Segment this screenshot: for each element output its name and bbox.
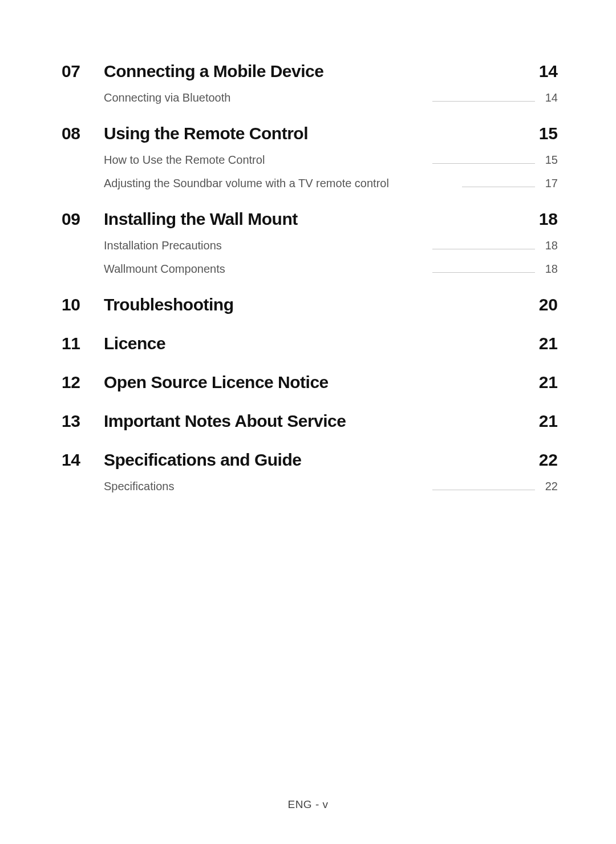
sub-page: 18 [541, 239, 558, 252]
leader-line [432, 272, 535, 273]
toc-sub: How to Use the Remote Control 15 [62, 154, 558, 167]
sub-page: 18 [541, 263, 558, 276]
page: 07 Connecting a Mobile Device 14 Connect… [0, 0, 616, 844]
section-page: 21 [529, 411, 558, 431]
leader-line [432, 101, 535, 102]
section-number: 12 [62, 373, 104, 392]
section-number: 10 [62, 295, 104, 314]
section-title: Specifications and Guide [104, 450, 529, 470]
toc-section: 07 Connecting a Mobile Device 14 [62, 62, 558, 81]
sub-title: Specifications [104, 480, 174, 493]
section-number: 09 [62, 209, 104, 229]
toc-section: 12 Open Source Licence Notice 21 [62, 373, 558, 392]
toc-sub: Installation Precautions 18 [62, 239, 558, 252]
toc-section: 08 Using the Remote Control 15 [62, 124, 558, 143]
sub-title: Adjusting the Soundbar volume with a TV … [104, 177, 389, 190]
section-title: Installing the Wall Mount [104, 209, 529, 229]
sub-title: Wallmount Components [104, 263, 225, 276]
section-page: 18 [529, 209, 558, 229]
page-footer: ENG - v [0, 798, 616, 811]
toc-section: 13 Important Notes About Service 21 [62, 411, 558, 431]
toc-sub: Wallmount Components 18 [62, 263, 558, 276]
sub-page: 22 [541, 480, 558, 493]
leader-line [432, 163, 535, 164]
toc-section: 14 Specifications and Guide 22 [62, 450, 558, 470]
toc-sub: Specifications 22 [62, 480, 558, 493]
toc-sub: Adjusting the Soundbar volume with a TV … [62, 177, 558, 190]
section-page: 14 [529, 62, 558, 81]
section-title: Important Notes About Service [104, 411, 529, 431]
section-title: Connecting a Mobile Device [104, 62, 529, 81]
section-page: 15 [529, 124, 558, 143]
sub-page: 14 [541, 91, 558, 104]
section-number: 13 [62, 411, 104, 431]
sub-title: Connecting via Bluetooth [104, 91, 230, 104]
section-page: 21 [529, 334, 558, 353]
leader-line [432, 490, 535, 490]
section-page: 21 [529, 373, 558, 392]
leader-line [462, 187, 535, 187]
section-title: Open Source Licence Notice [104, 373, 529, 392]
toc-section: 09 Installing the Wall Mount 18 [62, 209, 558, 229]
toc-section: 11 Licence 21 [62, 334, 558, 353]
section-page: 20 [529, 295, 558, 314]
section-number: 07 [62, 62, 104, 81]
sub-title: Installation Precautions [104, 239, 222, 252]
section-title: Using the Remote Control [104, 124, 529, 143]
section-title: Troubleshooting [104, 295, 529, 314]
section-title: Licence [104, 334, 529, 353]
sub-page: 17 [541, 177, 558, 190]
toc-sub: Connecting via Bluetooth 14 [62, 91, 558, 104]
section-number: 11 [62, 334, 104, 353]
section-page: 22 [529, 450, 558, 470]
leader-line [432, 249, 535, 249]
section-number: 08 [62, 124, 104, 143]
sub-title: How to Use the Remote Control [104, 154, 265, 167]
sub-page: 15 [541, 154, 558, 167]
section-number: 14 [62, 450, 104, 470]
toc-section: 10 Troubleshooting 20 [62, 295, 558, 314]
